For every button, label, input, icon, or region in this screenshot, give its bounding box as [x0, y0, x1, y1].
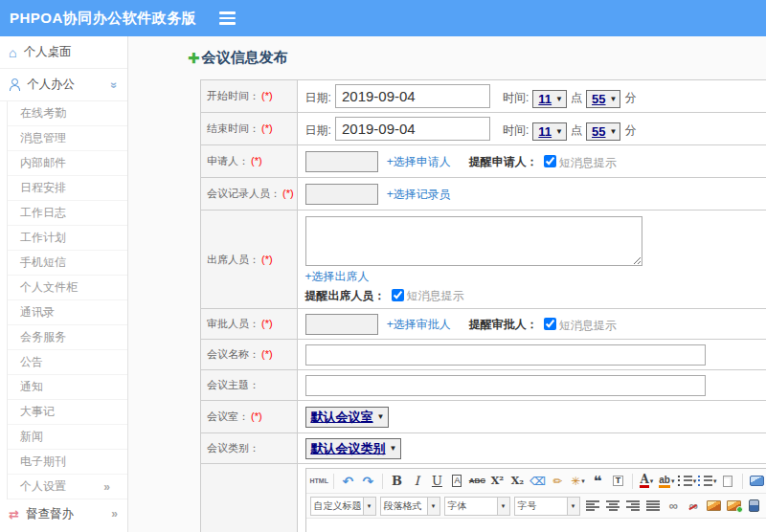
align-justify-button[interactable] — [644, 497, 663, 516]
eraser-button[interactable]: ⌫ — [529, 472, 547, 491]
sidebar-subitem[interactable]: 消息管理 — [8, 126, 127, 151]
meeting-topic-input[interactable] — [305, 375, 706, 396]
superscript-button[interactable]: X² — [488, 472, 507, 491]
recorder-input[interactable] — [305, 184, 378, 205]
align-center-button[interactable] — [604, 497, 622, 516]
fullscreen-button[interactable] — [748, 472, 766, 491]
meeting-name-input[interactable] — [305, 344, 706, 366]
end-date-input[interactable] — [335, 117, 490, 141]
dropdown-arrow-icon: ▾ — [650, 477, 654, 485]
minute-unit-label: 分 — [624, 91, 636, 104]
sms-remind-checkbox[interactable] — [544, 155, 556, 167]
attendees-textarea[interactable] — [305, 216, 642, 266]
sidebar-item-supervision[interactable]: ⇄ 督查督办 » — [0, 499, 127, 528]
sidebar-subitem[interactable]: 大事记 — [8, 400, 127, 425]
end-hour-select[interactable]: 11▼ — [532, 122, 567, 141]
chevron-down-icon: ▼ — [555, 95, 563, 103]
select-applicant-link[interactable]: +选择申请人 — [387, 155, 451, 168]
strikethrough-button[interactable]: ABC — [468, 472, 486, 491]
highlight-color-button[interactable]: ab▾ — [658, 472, 676, 491]
italic-button[interactable]: I — [408, 472, 426, 491]
link-button[interactable]: ∞ — [665, 497, 683, 516]
end-time-label: 结束时间： — [207, 122, 259, 134]
chevron-down-icon: ▼ — [390, 444, 397, 453]
select-attendees-link[interactable]: +选择出席人 — [305, 270, 370, 283]
new-page-button[interactable] — [719, 472, 737, 491]
sidebar-subitem[interactable]: 手机短信 — [8, 251, 127, 276]
font-family-select[interactable]: 字体▾ — [444, 497, 510, 516]
meeting-topic-label: 会议主题： — [207, 379, 259, 390]
remind-attendees-label: 提醒出席人员： — [305, 289, 386, 302]
sms-remind-checkbox[interactable] — [392, 289, 404, 301]
editor-toolbar-row1: HTML↶↷BIUAABCX²X₂⌫✏✳▾❝TA▾ab▾▾▾ — [306, 469, 766, 494]
applicant-input[interactable] — [305, 151, 378, 172]
meeting-room-select[interactable]: 默认会议室▼ — [305, 407, 389, 428]
align-left-button[interactable] — [584, 497, 602, 516]
approver-input[interactable] — [305, 314, 378, 335]
sidebar-subitem[interactable]: 工作计划 — [8, 226, 127, 251]
font-color-button[interactable]: A▾ — [638, 472, 656, 491]
sidebar-subitem[interactable]: 个人设置» — [8, 475, 127, 499]
media-button[interactable] — [745, 497, 763, 516]
custom-title-select[interactable]: 自定义标题▾ — [310, 497, 376, 516]
sidebar-subitem[interactable]: 日程安排 — [8, 176, 127, 201]
sidebar-submenu: 在线考勤消息管理内部邮件日程安排工作日志工作计划手机短信个人文件柜通讯录会务服务… — [7, 101, 127, 499]
underline-button[interactable]: U — [428, 472, 446, 491]
sidebar-subitem[interactable]: 工作日志 — [8, 201, 127, 226]
sidebar-item-personal-office[interactable]: 个人办公 » — [0, 69, 127, 101]
select-recorder-link[interactable]: +选择记录员 — [387, 188, 451, 201]
align-right-button[interactable] — [624, 497, 642, 516]
sidebar-subitem[interactable]: 在线考勤 — [8, 101, 127, 126]
insert-picture-icon — [727, 500, 741, 511]
chevron-right-icon: » — [103, 480, 110, 494]
underline-icon: U — [432, 475, 442, 487]
sidebar-item-desktop[interactable]: ⌂ 个人桌面 — [0, 36, 127, 69]
image-icon — [707, 500, 721, 511]
main-content: ✚ 会议信息发布 开始时间：(*) 日期: 时间:11▼点55▼分 结束时间：(… — [129, 36, 766, 532]
font-size-select[interactable]: 字号▾ — [514, 497, 580, 516]
sidebar-item-label: 个人办公 — [27, 77, 104, 93]
sms-remind-checkbox[interactable] — [544, 318, 556, 330]
combo-label: 字号 — [515, 499, 567, 513]
start-minute-select[interactable]: 55▼ — [586, 90, 620, 108]
hour-unit-label: 点 — [571, 123, 582, 137]
undo-button[interactable]: ↶ — [339, 472, 357, 491]
sidebar-subitem[interactable]: 个人文件柜 — [8, 276, 127, 300]
sidebar-subitem[interactable]: 新闻 — [8, 425, 127, 450]
autotypeset-button[interactable]: ✳▾ — [569, 472, 587, 491]
meeting-category-select[interactable]: 默认会议类别▼ — [305, 438, 401, 459]
unlink-button[interactable]: ∞ — [685, 497, 703, 516]
paragraph-format-select[interactable]: 段落格式▾ — [380, 497, 440, 516]
sidebar-subitem[interactable]: 通讯录 — [8, 300, 127, 325]
select-approver-link[interactable]: +选择审批人 — [387, 318, 451, 331]
sidebar-subitem[interactable]: 通知 — [8, 375, 127, 400]
sidebar-subitem-label: 电子期刊 — [20, 454, 110, 470]
image-button[interactable] — [705, 497, 723, 516]
bold-button[interactable]: B — [388, 472, 406, 491]
insert-picture-button[interactable] — [725, 497, 743, 516]
required-mark: (*) — [261, 318, 273, 329]
dropdown-arrow-icon: ▾ — [713, 477, 717, 485]
ordered-list-button[interactable]: ▾ — [678, 472, 696, 491]
subscript-button[interactable]: X₂ — [508, 472, 527, 491]
paste-text-button[interactable]: T — [609, 472, 627, 491]
format-brush-button[interactable]: ✏ — [549, 472, 567, 491]
html-source-button[interactable]: HTML — [310, 472, 328, 491]
sidebar-subitem[interactable]: 会务服务 — [8, 325, 127, 350]
start-hour-select[interactable]: 11▼ — [532, 90, 567, 108]
user-icon — [9, 78, 20, 91]
required-mark: (*) — [261, 122, 273, 134]
hamburger-menu-icon[interactable] — [219, 11, 236, 25]
app-title: PHPOA协同办公软件政务版 — [10, 10, 196, 28]
bordered-text-button[interactable]: A — [448, 472, 466, 491]
sidebar-subitem[interactable]: 内部邮件 — [8, 151, 127, 176]
end-minute-select[interactable]: 55▼ — [586, 122, 620, 141]
sidebar-subitem[interactable]: 电子期刊 — [8, 450, 127, 475]
sidebar-subitem[interactable]: 公告 — [8, 350, 127, 375]
start-date-input[interactable] — [335, 84, 490, 108]
editor-content-area[interactable] — [306, 519, 766, 532]
unordered-list-button[interactable]: ▾ — [698, 472, 716, 491]
italic-icon: I — [415, 475, 419, 487]
blockquote-button[interactable]: ❝ — [589, 472, 607, 491]
redo-button[interactable]: ↷ — [359, 472, 377, 491]
